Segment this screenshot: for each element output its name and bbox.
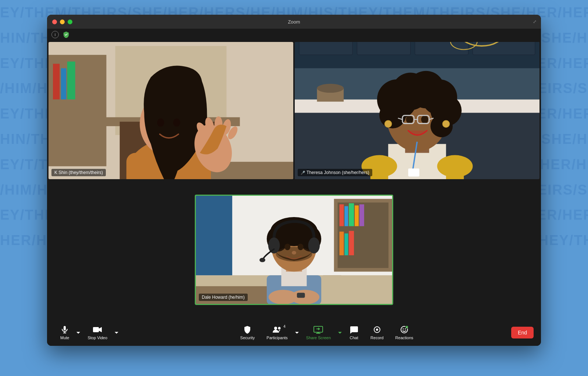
title-bar: Zoom ⤢: [47, 15, 541, 29]
svg-marker-97: [76, 332, 80, 334]
svg-point-89: [308, 237, 320, 253]
svg-marker-109: [338, 332, 342, 334]
microphone-icon: [60, 325, 69, 334]
participant-dale: Dale Howard (he/him): [195, 195, 393, 305]
chat-icon: [349, 325, 359, 334]
share-screen-group: Share Screen: [300, 324, 343, 341]
svg-rect-93: [297, 292, 305, 298]
participants-button[interactable]: 4 Participants: [261, 324, 293, 341]
stop-video-label: Stop Video: [87, 336, 107, 340]
svg-point-114: [405, 329, 406, 330]
svg-rect-26: [415, 42, 468, 55]
theresa-name: Theresa Johnson (she/her/hers): [306, 170, 369, 175]
svg-rect-65: [349, 203, 354, 226]
svg-point-86: [298, 244, 304, 250]
svg-point-101: [274, 327, 277, 330]
svg-point-88: [268, 237, 280, 253]
svg-rect-27: [473, 42, 535, 55]
stop-video-chevron-button[interactable]: [113, 329, 120, 336]
svg-rect-7: [67, 61, 75, 99]
theresa-video: [295, 42, 539, 179]
record-button[interactable]: Record: [365, 324, 389, 341]
svg-rect-63: [340, 204, 344, 226]
svg-marker-107: [318, 327, 320, 330]
svg-point-15: [173, 118, 180, 127]
participant-theresa: 🎤 Theresa Johnson (she/her/hers): [295, 42, 539, 179]
minimize-button[interactable]: [60, 19, 65, 24]
svg-marker-99: [99, 327, 102, 332]
dale-name: Dale Howard (he/him): [202, 295, 245, 300]
mic-muted-icon: 🎤: [301, 171, 305, 175]
svg-rect-73: [196, 196, 232, 275]
svg-rect-5: [53, 64, 60, 99]
svg-rect-94: [64, 326, 66, 330]
k-shin-name: K Shin (they/them/theirs): [54, 170, 103, 175]
svg-point-102: [278, 327, 281, 330]
chat-button[interactable]: Chat: [343, 324, 365, 341]
share-screen-label: Share Screen: [306, 336, 331, 340]
toolbar: Mute Stop Video: [47, 319, 541, 346]
svg-marker-103: [295, 332, 299, 334]
security-button[interactable]: Security: [234, 324, 261, 341]
k-shin-label: K Shin (they/them/theirs): [51, 169, 106, 176]
mute-label: Mute: [60, 336, 69, 340]
close-button[interactable]: [52, 19, 57, 24]
record-label: Record: [370, 336, 383, 340]
stop-video-expand-icon: [115, 331, 118, 334]
svg-rect-25: [357, 42, 410, 55]
participants-expand-icon: [295, 331, 299, 334]
expand-icon[interactable]: ⤢: [533, 19, 537, 24]
participants-count-badge: 4: [283, 324, 286, 329]
theresa-label: 🎤 Theresa Johnson (she/her/hers): [298, 169, 372, 176]
participants-chevron-button[interactable]: [294, 329, 300, 336]
svg-point-90: [259, 258, 265, 262]
camera-icon: [93, 325, 102, 334]
svg-rect-24: [299, 42, 352, 55]
share-screen-chevron-button[interactable]: [337, 329, 343, 336]
reactions-icon: +: [399, 325, 409, 334]
reactions-button[interactable]: + Reactions: [390, 324, 419, 341]
svg-point-45: [379, 102, 406, 128]
window-controls: [52, 19, 72, 24]
security-label: Security: [240, 336, 255, 340]
share-screen-expand-icon: [338, 331, 342, 334]
stop-video-group: Stop Video: [82, 324, 120, 341]
participants-icon: [272, 325, 282, 334]
mute-group: Mute: [54, 324, 82, 341]
mute-chevron-button[interactable]: [75, 329, 82, 336]
window-title: Zoom: [288, 19, 300, 25]
reactions-label: Reactions: [395, 336, 413, 340]
shield-check-icon: [62, 31, 70, 38]
stop-video-button[interactable]: Stop Video: [82, 324, 113, 341]
participants-label: Participants: [266, 336, 287, 340]
mute-button[interactable]: Mute: [54, 324, 75, 341]
participants-group: 4 Participants: [261, 324, 300, 341]
svg-rect-98: [93, 327, 99, 332]
svg-rect-64: [344, 206, 348, 226]
participant-dale-container: Dale Howard (he/him): [47, 180, 541, 319]
video-grid: K Shin (they/them/theirs): [47, 40, 541, 319]
share-screen-button[interactable]: Share Screen: [300, 324, 337, 341]
svg-rect-68: [340, 231, 344, 255]
chat-label: Chat: [349, 336, 358, 340]
svg-rect-56: [408, 169, 419, 177]
end-button[interactable]: End: [511, 327, 534, 338]
svg-point-53: [385, 120, 392, 127]
dale-video: [196, 196, 392, 304]
svg-point-85: [284, 244, 290, 250]
maximize-button[interactable]: [68, 19, 72, 24]
svg-point-54: [442, 120, 449, 127]
participant-k-shin: K Shin (they/them/theirs): [49, 42, 293, 179]
zoom-window: Zoom ⤢ i: [47, 15, 541, 346]
svg-point-34: [317, 84, 344, 93]
svg-rect-70: [349, 231, 354, 255]
svg-point-14: [157, 118, 164, 127]
svg-point-87: [292, 251, 296, 254]
svg-rect-67: [359, 204, 364, 226]
svg-point-47: [421, 116, 428, 124]
security-icon: [243, 325, 252, 334]
svg-point-92: [290, 290, 319, 304]
svg-text:+: +: [406, 326, 408, 329]
svg-rect-69: [344, 233, 348, 255]
svg-rect-66: [355, 205, 359, 226]
